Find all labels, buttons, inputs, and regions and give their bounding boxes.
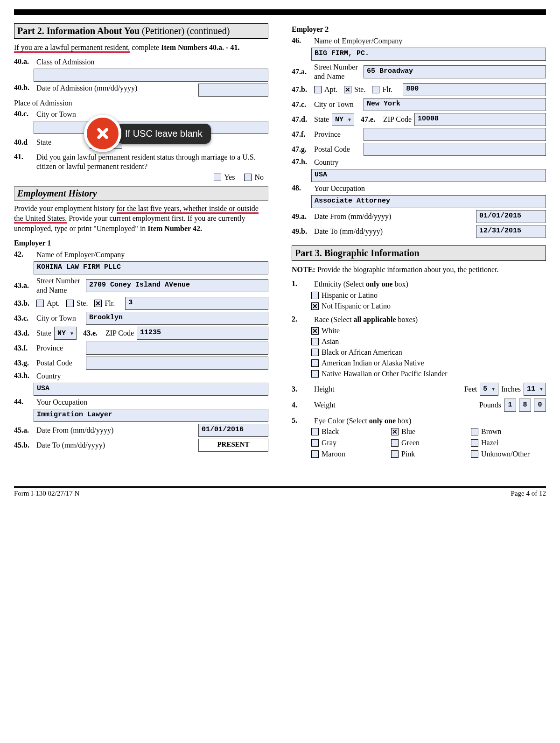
field-44[interactable]: Immigration Lawyer [34,409,268,422]
checkbox-eye-brown[interactable] [471,428,478,435]
label-42: Name of Employer/Company [36,250,125,259]
field-47g[interactable] [364,143,546,156]
label-40c: City or Town [36,110,76,119]
checkbox-eye-blue[interactable]: ✕ [391,428,399,435]
select-47d-state[interactable]: NY [332,113,354,126]
employer1-heading: Employer 1 [14,239,268,247]
label-43h: Country [36,372,61,381]
label-46: Name of Employer/Company [314,36,402,46]
part3-title: Part 3. Biographic Information [295,248,420,258]
checkbox-white[interactable]: ✕ [311,327,319,335]
num-47a: 47.a. [292,68,311,76]
label-49a: Date From (mm/dd/yyyy) [314,212,391,221]
checkbox-eye-other[interactable] [471,450,478,458]
field-47b[interactable]: 800 [403,83,546,96]
num-p3-4: 4. [292,401,311,409]
label-no: No [254,173,264,182]
num-42: 42. [14,250,34,259]
label-pounds: Pounds [479,401,501,409]
checkbox-eye-green[interactable] [391,439,399,447]
checkbox-eye-hazel[interactable] [471,439,478,447]
label-p3-1: Ethnicity (Select only one box) [314,280,408,289]
part2-header: Part 2. Information About You (Petitione… [14,23,268,39]
checkbox-eye-black[interactable] [311,428,319,435]
field-45b[interactable]: PRESENT [198,439,268,452]
field-47a[interactable]: 65 Broadway [364,65,546,78]
checkbox-eye-maroon[interactable] [311,450,319,458]
select-height-feet[interactable]: 5 [480,383,498,396]
num-40d: 40.d [14,138,34,147]
field-47c[interactable]: New York [364,98,546,111]
field-47h[interactable]: USA [311,169,546,182]
num-41: 41. [14,153,34,161]
checkbox-43b-flr[interactable]: ✕ [94,300,102,307]
num-p3-5: 5. [292,416,311,425]
num-43c: 43.c. [14,314,34,322]
footer-right: Page 4 of 12 [511,490,546,498]
field-43h[interactable]: USA [34,383,268,396]
checkbox-47b-flr[interactable] [372,86,379,93]
num-43f: 43.f. [14,344,34,352]
field-40b[interactable] [198,84,268,97]
label-47d: State [314,115,329,124]
num-46: 46. [292,36,311,45]
checkbox-nhpi[interactable] [311,370,319,378]
field-42[interactable]: KOHINA LAW FIRM PLLC [34,261,268,274]
num-43h: 43.h. [14,372,34,380]
checkbox-not-hispanic[interactable]: ✕ [311,302,319,310]
label-place: Place of Admission [14,98,72,108]
part3-header: Part 3. Biographic Information [292,245,546,261]
select-43d-state[interactable]: NY [54,327,77,340]
field-43c[interactable]: Brooklyn [86,312,268,325]
label-yes: Yes [224,173,235,182]
checkbox-47b-ste[interactable]: ✕ [344,86,351,93]
field-43b[interactable]: 3 [125,297,268,310]
checkbox-black[interactable] [311,349,319,356]
checkbox-eye-gray[interactable] [311,439,319,447]
part3-note: NOTE: Provide the biographic information… [292,265,546,275]
label-feet: Feet [464,385,477,393]
checkbox-41-no[interactable] [244,174,252,181]
field-43g[interactable] [86,357,268,370]
weight-digit-2[interactable]: 8 [519,399,531,412]
checkbox-43b-apt[interactable] [36,300,44,307]
label-45b: Date To (mm/dd/yyyy) [36,441,105,450]
num-44: 44. [14,398,34,406]
num-43d: 43.d. [14,329,34,337]
num-45b: 45.b. [14,441,34,449]
checkbox-41-yes[interactable] [214,174,221,181]
select-height-inches[interactable]: 11 [524,383,546,396]
field-45a[interactable]: 01/01/2016 [198,424,268,437]
weight-digit-3[interactable]: 0 [534,399,546,412]
field-43f[interactable] [86,342,268,355]
checkbox-hispanic[interactable] [311,292,319,299]
field-46[interactable]: BIG FIRM, PC. [311,48,546,61]
num-43g: 43.g. [14,359,34,367]
field-43e[interactable]: 11235 [137,327,268,340]
checkbox-asian[interactable] [311,338,319,345]
checkbox-eye-pink[interactable] [391,450,399,458]
checkbox-aian[interactable] [311,359,319,367]
label-47e: ZIP Code [383,115,412,124]
num-47h: 47.h. [292,158,311,166]
label-47c: City or Town [314,100,361,109]
weight-digit-1[interactable]: 1 [504,399,516,412]
field-49a[interactable]: 01/01/2015 [476,210,546,223]
field-40a[interactable] [34,69,268,82]
label-44: Your Occupation [36,398,87,407]
num-48: 48. [292,184,311,192]
field-49b[interactable]: 12/31/2015 [476,225,546,238]
employment-history-header: Employment History [14,186,268,201]
field-48[interactable]: Associate Attorney [311,195,546,208]
label-47a: Street Numberand Name [314,63,361,81]
field-47e[interactable]: 10008 [414,113,546,126]
checkbox-43b-ste[interactable] [66,300,74,307]
num-40c: 40.c. [14,110,34,118]
field-47f[interactable] [364,128,546,141]
checkbox-47b-apt[interactable] [314,86,322,93]
top-rule [14,9,546,15]
field-43a[interactable]: 2709 Coney Island AVenue [86,279,268,292]
label-40d: State [36,138,51,147]
num-43b: 43.b. [14,299,34,308]
num-43e: 43.e. [83,329,103,337]
